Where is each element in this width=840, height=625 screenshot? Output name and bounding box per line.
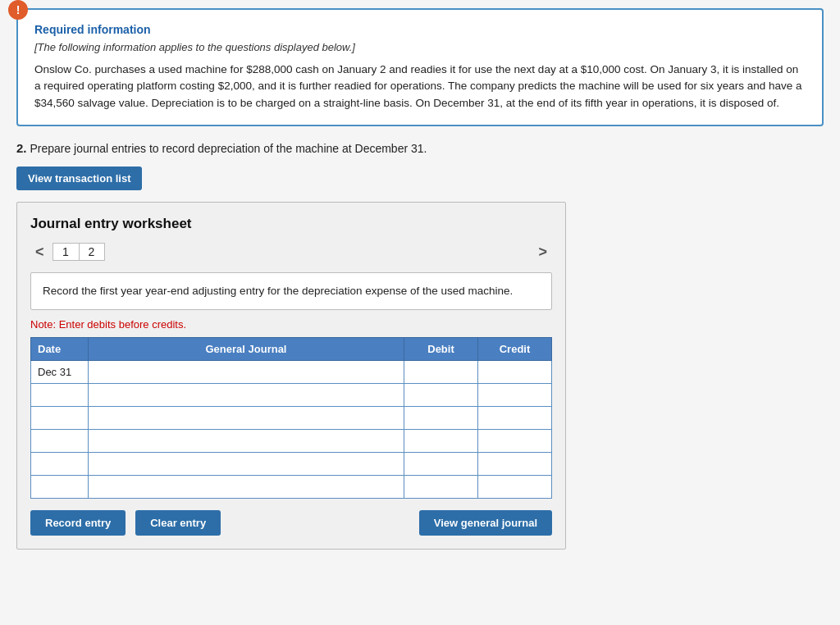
row2-debit-input[interactable] bbox=[404, 384, 477, 406]
row1-debit[interactable] bbox=[404, 361, 478, 384]
row5-credit-input[interactable] bbox=[478, 453, 551, 475]
row2-gj[interactable] bbox=[89, 384, 404, 407]
row1-gj[interactable] bbox=[89, 361, 404, 384]
tab-nums: 1 2 bbox=[52, 243, 105, 261]
row5-gj[interactable] bbox=[89, 453, 404, 476]
row2-date bbox=[31, 384, 89, 407]
row5-debit[interactable] bbox=[404, 453, 478, 476]
info-box: ! Required information [The following in… bbox=[16, 8, 824, 126]
row6-credit[interactable] bbox=[478, 476, 552, 499]
row1-gj-input[interactable] bbox=[89, 361, 404, 383]
row1-credit-input[interactable] bbox=[478, 361, 551, 383]
row4-debit-input[interactable] bbox=[404, 430, 477, 452]
row2-credit[interactable] bbox=[478, 384, 552, 407]
row1-debit-input[interactable] bbox=[404, 361, 477, 383]
required-title: Required information bbox=[34, 23, 806, 36]
row2-gj-input[interactable] bbox=[89, 384, 404, 406]
row3-credit-input[interactable] bbox=[478, 407, 551, 429]
table-row bbox=[31, 407, 552, 430]
row4-debit[interactable] bbox=[404, 430, 478, 453]
tab-1[interactable]: 1 bbox=[52, 243, 79, 261]
col-header-credit: Credit bbox=[478, 338, 552, 361]
info-body: Onslow Co. purchases a used machine for … bbox=[34, 62, 806, 112]
row3-gj[interactable] bbox=[89, 407, 404, 430]
record-entry-button[interactable]: Record entry bbox=[30, 510, 126, 536]
table-row bbox=[31, 476, 552, 499]
row2-credit-input[interactable] bbox=[478, 384, 551, 406]
row6-debit-input[interactable] bbox=[404, 476, 477, 498]
row4-gj-input[interactable] bbox=[89, 430, 404, 452]
prev-tab-button[interactable]: < bbox=[30, 242, 49, 262]
col-header-date: Date bbox=[31, 338, 89, 361]
note-text: Note: Enter debits before credits. bbox=[30, 318, 552, 331]
row3-debit-input[interactable] bbox=[404, 407, 477, 429]
table-row: Dec 31 bbox=[31, 361, 552, 384]
journal-entry-worksheet: Journal entry worksheet < 1 2 > Record t… bbox=[16, 202, 566, 550]
row2-debit[interactable] bbox=[404, 384, 478, 407]
nav-row: < 1 2 > bbox=[30, 242, 552, 262]
clear-entry-button[interactable]: Clear entry bbox=[135, 510, 221, 536]
view-transaction-list-button[interactable]: View transaction list bbox=[16, 167, 142, 190]
row6-gj-input[interactable] bbox=[89, 476, 404, 498]
bottom-buttons: Record entry Clear entry View general jo… bbox=[30, 510, 552, 536]
tab-2[interactable]: 2 bbox=[79, 243, 105, 261]
row4-date bbox=[31, 430, 89, 453]
worksheet-title: Journal entry worksheet bbox=[30, 216, 552, 232]
row4-credit-input[interactable] bbox=[478, 430, 551, 452]
table-row bbox=[31, 453, 552, 476]
next-tab-button[interactable]: > bbox=[533, 242, 552, 262]
row1-credit[interactable] bbox=[478, 361, 552, 384]
info-icon: ! bbox=[8, 0, 28, 20]
col-header-debit: Debit bbox=[404, 338, 478, 361]
col-header-gj: General Journal bbox=[89, 338, 404, 361]
view-general-journal-button[interactable]: View general journal bbox=[419, 510, 552, 536]
question-number: 2. bbox=[16, 141, 27, 155]
info-subtitle: [The following information applies to th… bbox=[34, 41, 806, 53]
row5-gj-input[interactable] bbox=[89, 453, 404, 475]
instruction-box: Record the first year year-end adjusting… bbox=[30, 272, 552, 310]
row1-date: Dec 31 bbox=[31, 361, 89, 384]
question-label: 2. Prepare journal entries to record dep… bbox=[16, 141, 824, 155]
row5-date bbox=[31, 453, 89, 476]
row3-gj-input[interactable] bbox=[89, 407, 404, 429]
table-row bbox=[31, 384, 552, 407]
row6-date bbox=[31, 476, 89, 499]
row6-debit[interactable] bbox=[404, 476, 478, 499]
row3-credit[interactable] bbox=[478, 407, 552, 430]
row5-debit-input[interactable] bbox=[404, 453, 477, 475]
journal-table: Date General Journal Debit Credit Dec 31 bbox=[30, 337, 552, 499]
row3-date bbox=[31, 407, 89, 430]
row4-gj[interactable] bbox=[89, 430, 404, 453]
row4-credit[interactable] bbox=[478, 430, 552, 453]
row3-debit[interactable] bbox=[404, 407, 478, 430]
row6-credit-input[interactable] bbox=[478, 476, 551, 498]
row6-gj[interactable] bbox=[89, 476, 404, 499]
row5-credit[interactable] bbox=[478, 453, 552, 476]
table-row bbox=[31, 430, 552, 453]
question-text: Prepare journal entries to record deprec… bbox=[30, 142, 427, 155]
